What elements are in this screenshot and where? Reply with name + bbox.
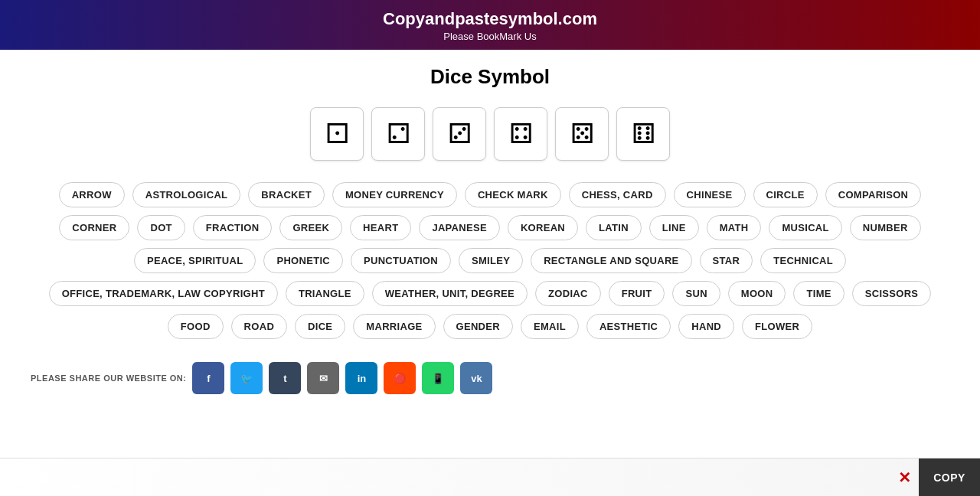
page-title: Dice Symbol xyxy=(23,65,957,89)
share-whatsapp-button[interactable]: 📱 xyxy=(422,362,454,394)
category-tag-chinese[interactable]: CHINESE xyxy=(674,182,746,207)
category-tag-astrological[interactable]: ASTROLOGICAL xyxy=(132,182,241,207)
category-tag-sun[interactable]: SUN xyxy=(672,281,720,306)
share-linkedin-button[interactable]: in xyxy=(345,362,377,394)
dice-symbol-dice-4[interactable]: ⚃ xyxy=(494,107,547,161)
share-vk-button[interactable]: vk xyxy=(460,362,492,394)
category-tag-office-trademark-law-copyright[interactable]: OFFICE, TRADEMARK, LAW COPYRIGHT xyxy=(49,281,278,306)
dice-symbol-dice-2[interactable]: ⚁ xyxy=(371,107,425,161)
category-tag-check-mark[interactable]: CHECK MARK xyxy=(465,182,561,207)
category-tag-comparison[interactable]: COMPARISON xyxy=(825,182,922,207)
category-tag-weather-unit-degree[interactable]: WEATHER, UNIT, DEGREE xyxy=(372,281,528,306)
dice-symbol-dice-1[interactable]: ⚀ xyxy=(310,107,364,161)
category-tag-line[interactable]: LINE xyxy=(649,215,699,240)
share-section: PLEASE SHARE OUR WEBSITE ON: f🐦t✉in🔴📱vk xyxy=(23,354,957,410)
category-tag-rectangle-and-square[interactable]: RECTANGLE AND SQUARE xyxy=(531,248,691,273)
category-tag-circle[interactable]: CIRCLE xyxy=(753,182,818,207)
category-tag-zodiac[interactable]: ZODIAC xyxy=(535,281,601,306)
categories-section: ARROWASTROLOGICALBRACKETMONEY CURRENCYCH… xyxy=(23,182,957,339)
category-tag-hand[interactable]: HAND xyxy=(678,314,734,339)
category-tag-time[interactable]: TIME xyxy=(793,281,844,306)
category-tag-phonetic[interactable]: PHONETIC xyxy=(263,248,343,273)
category-tag-chess-card[interactable]: CHESS, CARD xyxy=(569,182,666,207)
category-tag-moon[interactable]: MOON xyxy=(728,281,786,306)
dice-symbol-dice-6[interactable]: ⚅ xyxy=(616,107,670,161)
site-header: Copyandpastesymbol.com Please BookMark U… xyxy=(0,0,980,50)
category-tag-musical[interactable]: MUSICAL xyxy=(769,215,841,240)
category-tag-triangle[interactable]: TRIANGLE xyxy=(286,281,364,306)
category-tag-aesthetic[interactable]: AESTHETIC xyxy=(586,314,671,339)
category-tag-fraction[interactable]: FRACTION xyxy=(193,215,273,240)
dice-symbols-row: ⚀⚁⚂⚃⚄⚅ xyxy=(23,107,957,161)
site-subtitle: Please BookMark Us xyxy=(0,31,980,42)
share-buttons: f🐦t✉in🔴📱vk xyxy=(192,362,492,394)
site-title: Copyandpastesymbol.com xyxy=(0,9,980,29)
category-tag-dot[interactable]: DOT xyxy=(137,215,185,240)
category-tag-gender[interactable]: GENDER xyxy=(443,314,513,339)
category-tag-food[interactable]: FOOD xyxy=(168,314,224,339)
category-tag-email[interactable]: EMAIL xyxy=(521,314,579,339)
category-tag-peace-spiritual[interactable]: PEACE, SPIRITUAL xyxy=(134,248,256,273)
category-tag-korean[interactable]: KOREAN xyxy=(508,215,578,240)
category-tag-technical[interactable]: TECHNICAL xyxy=(760,248,846,273)
category-tag-japanese[interactable]: JAPANESE xyxy=(419,215,500,240)
category-tag-math[interactable]: MATH xyxy=(707,215,762,240)
category-tag-star[interactable]: STAR xyxy=(700,248,753,273)
category-tag-arrow[interactable]: ARROW xyxy=(59,182,125,207)
share-facebook-button[interactable]: f xyxy=(192,362,224,394)
category-tag-dice[interactable]: DICE xyxy=(295,314,345,339)
dice-symbol-dice-3[interactable]: ⚂ xyxy=(433,107,486,161)
category-tag-marriage[interactable]: MARRIAGE xyxy=(353,314,435,339)
category-tag-number[interactable]: NUMBER xyxy=(850,215,921,240)
share-twitter-button[interactable]: 🐦 xyxy=(230,362,263,394)
category-tag-punctuation[interactable]: PUNCTUATION xyxy=(351,248,451,273)
share-email-button[interactable]: ✉ xyxy=(307,362,339,394)
category-tag-greek[interactable]: GREEK xyxy=(279,215,342,240)
category-tag-flower[interactable]: FLOWER xyxy=(742,314,812,339)
main-content: Dice Symbol ⚀⚁⚂⚃⚄⚅ ARROWASTROLOGICALBRAC… xyxy=(0,50,980,425)
category-tag-road[interactable]: ROAD xyxy=(231,314,287,339)
category-tag-fruit[interactable]: FRUIT xyxy=(609,281,665,306)
category-tag-scissors[interactable]: SCISSORS xyxy=(852,281,932,306)
category-tag-corner[interactable]: CORNER xyxy=(59,215,129,240)
category-tag-money-currency[interactable]: MONEY CURRENCY xyxy=(332,182,457,207)
share-reddit-button[interactable]: 🔴 xyxy=(384,362,416,394)
dice-symbol-dice-5[interactable]: ⚄ xyxy=(555,107,609,161)
share-label: PLEASE SHARE OUR WEBSITE ON: xyxy=(31,374,186,383)
category-tag-latin[interactable]: LATIN xyxy=(586,215,642,240)
category-tag-heart[interactable]: HEART xyxy=(350,215,411,240)
share-tumblr-button[interactable]: t xyxy=(269,362,301,394)
category-tag-smiley[interactable]: SMILEY xyxy=(459,248,523,273)
category-tag-bracket[interactable]: BRACKET xyxy=(248,182,325,207)
